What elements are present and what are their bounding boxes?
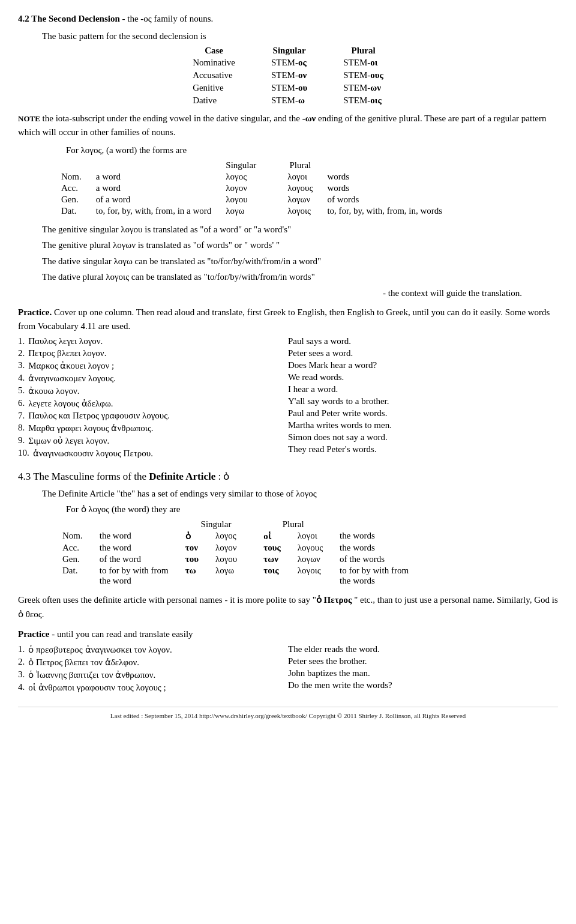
list-item: I hear a word.	[288, 384, 558, 394]
list-item: Do the men write the words?	[288, 680, 558, 690]
def-art-for: For ὁ λογος (the word) they are	[66, 503, 558, 516]
list-item: They read Peter's words.	[288, 444, 558, 454]
art-nom-row: Nom. the word ὁ λογος οἱ λογοι the words	[54, 530, 417, 542]
case-header: Case	[175, 45, 253, 56]
dative-singular-note: The dative singular λογω can be translat…	[42, 255, 558, 268]
plural-header: Plural	[325, 45, 401, 56]
art-gen-row: Gen. of the word του λογου των λογων of …	[54, 554, 417, 565]
list-item: 5. ἀκουω λογον.	[18, 385, 288, 396]
list-item: Martha writes words to men.	[288, 420, 558, 430]
list-item: 6. λεγετε λογους ἀδελφω.	[18, 398, 288, 409]
list-item: 2. ὁ Πετρος βλεπει τον ἀδελφον.	[18, 657, 288, 668]
list-item: Y'all say words to a brother.	[288, 396, 558, 406]
logos-declension-table: Singular Plural Nom. a word λογος λογοι …	[54, 160, 449, 217]
def-art-intro: The Definite Article "the" has a set of …	[42, 487, 558, 501]
greek-article-note: Greek often uses the definite article wi…	[18, 593, 558, 621]
list-item: We read words.	[288, 372, 558, 382]
genitive-singular-note: The genitive singular λογου is translate…	[42, 223, 558, 237]
list-item: Does Mark hear a word?	[288, 360, 558, 370]
list-item: 9. Σιμων οὐ λεγει λογον.	[18, 435, 288, 446]
practice2-header: Practice - until you can read and transl…	[18, 627, 558, 641]
practice-sentences: 1. Παυλος λεγει λογον. 2. Πετρος βλεπει …	[18, 336, 558, 460]
logos-nom-row: Nom. a word λογος λογοι words	[54, 171, 449, 183]
list-item: 2. Πετρος βλεπει λογον.	[18, 348, 288, 358]
practice-left: 1. Παυλος λεγει λογον. 2. Πετρος βλεπει …	[18, 336, 288, 460]
section-43-title: 4.3 The Masculine forms of the Definite …	[18, 469, 558, 485]
practice2-left: 1. ὁ πρεσβυτερος ἀναγινωσκει τον λογον. …	[18, 644, 288, 695]
singular-header: Singular	[253, 45, 325, 56]
list-item: Peter sees the brother.	[288, 656, 558, 666]
genitive-row: Genitive STEM-ου STEM-ων	[175, 82, 401, 94]
context-note: - the context will guide the translation…	[18, 286, 522, 300]
note-paragraph: NOTE the iota-subscript under the ending…	[18, 112, 558, 139]
list-item: The elder reads the word.	[288, 644, 558, 654]
logos-acc-row: Acc. a word λογον λογους words	[54, 183, 449, 194]
practice-header: Practice. Cover up one column. Then read…	[18, 306, 558, 333]
note-label: NOTE	[18, 114, 40, 123]
footer: Last edited : September 15, 2014 http://…	[18, 707, 558, 721]
list-item: 3. ὁ Ἰωαννης βαπτιζει τον ἀνθρωπον.	[18, 669, 288, 680]
art-acc-row: Acc. the word τον λογον τους λογους the …	[54, 542, 417, 554]
accusative-row: Accusative STEM-ον STEM-ους	[175, 69, 401, 82]
list-item: Paul says a word.	[288, 336, 558, 346]
list-item: 1. ὁ πρεσβυτερος ἀναγινωσκει τον λογον.	[18, 644, 288, 655]
logos-gen-row: Gen. of a word λογου λογων of words	[54, 194, 449, 205]
practice-right: Paul says a word. Peter sees a word. Doe…	[288, 336, 558, 460]
list-item: 3. Μαρκος ἀκουει λογον ;	[18, 360, 288, 371]
logos-dat-row: Dat. to, for, by, with, from, in a word …	[54, 205, 449, 217]
definite-article-table: Singular Plural Nom. the word ὁ λογος οἱ…	[54, 519, 417, 587]
list-item: 7. Παυλος και Πετρος γραφουσιν λογους.	[18, 411, 288, 421]
genitive-plural-note: The genitive plural λογων is translated …	[42, 238, 558, 252]
list-item: 1. Παυλος λεγει λογον.	[18, 336, 288, 346]
list-item: Peter sees a word.	[288, 348, 558, 358]
list-item: 4. ἀναγινωσκομεν λογους.	[18, 373, 288, 384]
logos-intro: For λογος, (a word) the forms are	[66, 143, 558, 157]
practice2-sentences: 1. ὁ πρεσβυτερος ἀναγινωσκει τον λογον. …	[18, 644, 558, 695]
section-42-title: 4.2 The Second Declension - the -ος fami…	[18, 12, 558, 26]
nominative-row: Nominative STEM-ος STEM-οι	[175, 56, 401, 69]
list-item: John baptizes the man.	[288, 668, 558, 678]
dative-row: Dative STEM-ω STEM-οις	[175, 94, 401, 107]
stem-table: Case Singular Plural Nominative STEM-ος …	[175, 45, 401, 107]
list-item: Simon does not say a word.	[288, 432, 558, 442]
basic-pattern-intro: The basic pattern for the second declens…	[42, 29, 558, 43]
list-item: 4. οἱ ἀνθρωποι γραφουσιν τους λογους ;	[18, 682, 288, 693]
list-item: Paul and Peter write words.	[288, 408, 558, 418]
list-item: 10. ἀναγινωσκουσιν λογους Πετρου.	[18, 448, 288, 459]
art-dat-row: Dat. to for by with fromthe word τω λογω…	[54, 565, 417, 587]
list-item: 8. Μαρθα γραφει λογους ἀνθρωποις.	[18, 423, 288, 433]
dative-plural-note: The dative plural λογοις can be translat…	[42, 270, 558, 284]
practice2-right: The elder reads the word. Peter sees the…	[288, 644, 558, 695]
